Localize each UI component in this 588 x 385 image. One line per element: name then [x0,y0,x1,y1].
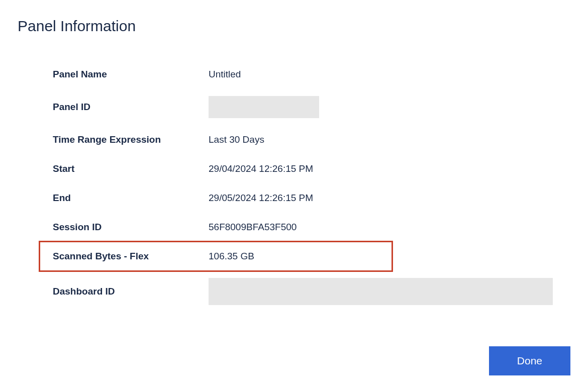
value-panel-name: Untitled [209,69,241,80]
row-session-id: Session ID 56F8009BFA53F500 [53,213,553,242]
value-start: 29/04/2024 12:26:15 PM [209,163,313,174]
dialog-footer: Done [18,346,570,375]
value-scanned-bytes: 106.35 GB [209,251,254,262]
value-end: 29/05/2024 12:26:15 PM [209,192,313,204]
label-dashboard-id: Dashboard ID [53,286,209,297]
label-scanned-bytes: Scanned Bytes - Flex [53,251,209,262]
label-start: Start [53,163,209,174]
row-time-range: Time Range Expression Last 30 Days [53,125,553,154]
label-session-id: Session ID [53,222,209,233]
value-panel-id-redacted [209,96,319,118]
row-dashboard-id: Dashboard ID [53,271,553,312]
value-time-range: Last 30 Days [209,134,264,145]
value-session-id: 56F8009BFA53F500 [209,222,297,233]
row-panel-id: Panel ID [53,89,553,125]
label-end: End [53,192,209,204]
done-button[interactable]: Done [489,346,570,375]
row-scanned-bytes-highlighted: Scanned Bytes - Flex 106.35 GB [53,242,553,271]
dialog-title: Panel Information [18,18,570,35]
row-panel-name: Panel Name Untitled [53,60,553,89]
label-panel-id: Panel ID [53,102,209,113]
row-start: Start 29/04/2024 12:26:15 PM [53,154,553,183]
label-panel-name: Panel Name [53,69,209,80]
row-end: End 29/05/2024 12:26:15 PM [53,183,553,213]
label-time-range: Time Range Expression [53,134,209,145]
panel-info-table: Panel Name Untitled Panel ID Time Range … [53,60,553,312]
value-dashboard-id-redacted [209,278,553,305]
